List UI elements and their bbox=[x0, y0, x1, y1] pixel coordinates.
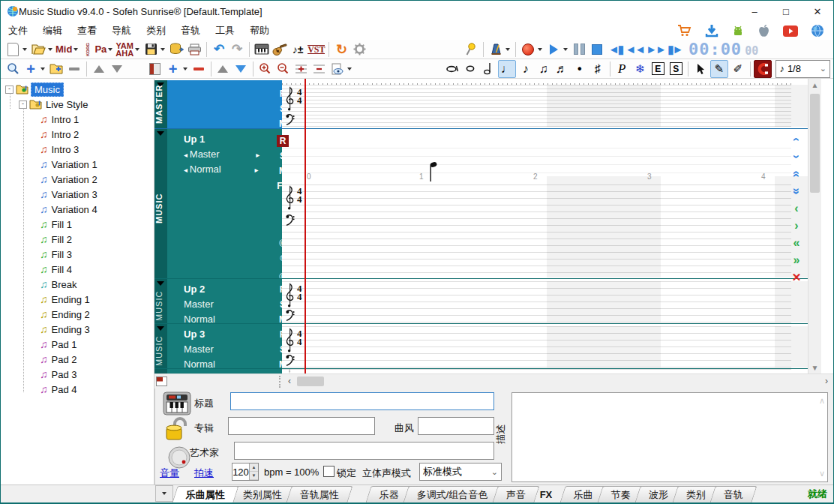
track-name[interactable]: Up 2 bbox=[184, 284, 205, 295]
hscroll-left-arrow[interactable]: ‹ bbox=[284, 376, 296, 388]
zoom-out-icon[interactable] bbox=[275, 61, 292, 77]
tree-item-break[interactable]: Break bbox=[52, 279, 77, 290]
expression-button[interactable]: E bbox=[650, 61, 666, 77]
play-dropdown[interactable] bbox=[563, 48, 568, 51]
note-thirtysecond-button[interactable]: ♬ bbox=[554, 61, 570, 77]
track-panel-button[interactable] bbox=[147, 61, 164, 77]
record-dropdown[interactable] bbox=[538, 48, 542, 51]
tree-item-ending-3[interactable]: Ending 3 bbox=[52, 324, 90, 335]
up1-staff-grid[interactable] bbox=[282, 184, 791, 278]
android-icon[interactable] bbox=[731, 24, 745, 38]
collapse-track-icon[interactable] bbox=[157, 131, 164, 136]
prev-arrow-icon[interactable]: ◂ bbox=[184, 166, 190, 174]
dotted-note-button[interactable]: • bbox=[572, 61, 588, 77]
snap-magnet-button[interactable] bbox=[754, 60, 772, 78]
refresh-button[interactable]: ↻ bbox=[333, 41, 350, 58]
music-2-track-header[interactable]: Up 3MasterNormalRSM bbox=[167, 324, 282, 368]
view-options-dropdown[interactable] bbox=[347, 68, 352, 70]
tree-item-intro-2[interactable]: Intro 2 bbox=[52, 129, 80, 140]
remove-track-button[interactable] bbox=[190, 61, 207, 77]
track-name[interactable]: Up 1 bbox=[184, 134, 205, 145]
record-button[interactable] bbox=[520, 41, 536, 58]
nav-end-button[interactable]: » bbox=[794, 254, 800, 267]
nav-up-button[interactable]: ‹ bbox=[794, 133, 798, 146]
track-source-selector[interactable]: Master bbox=[184, 344, 214, 355]
pencil-draw-button[interactable]: ✎ bbox=[710, 60, 728, 78]
shop-cart-icon[interactable] bbox=[677, 24, 692, 38]
note-quarter-button[interactable]: ♩ bbox=[498, 60, 516, 78]
remove-category-button[interactable] bbox=[66, 61, 82, 77]
move-track-down-button[interactable] bbox=[232, 61, 249, 77]
apple-icon[interactable] bbox=[758, 24, 770, 38]
close-button[interactable]: ✕ bbox=[802, 1, 833, 22]
korg-import-dropdown[interactable] bbox=[108, 48, 112, 51]
menu-item-0[interactable]: 文件 bbox=[1, 22, 35, 40]
tree-item-intro-1[interactable]: Intro 1 bbox=[52, 114, 80, 125]
track-source-selector[interactable]: ◂ Master ▸ bbox=[184, 148, 260, 160]
tree-item-variation-1[interactable]: Variation 1 bbox=[52, 159, 98, 170]
redo-button[interactable]: ↷ bbox=[229, 41, 245, 58]
prev-arrow-icon[interactable]: ◂ bbox=[184, 151, 190, 159]
track-mini-icon[interactable] bbox=[156, 376, 167, 386]
add-track-dropdown[interactable] bbox=[183, 68, 188, 70]
tree-item-music[interactable]: Music bbox=[31, 82, 64, 97]
metronome-button[interactable] bbox=[488, 41, 504, 58]
save-button[interactable] bbox=[142, 41, 159, 58]
tab-音轨属性[interactable]: 音轨属性 bbox=[286, 486, 352, 502]
tree-item-intro-3[interactable]: Intro 3 bbox=[52, 144, 80, 155]
scroll-down-arrow[interactable]: ▼ bbox=[808, 362, 821, 374]
view-options-button[interactable] bbox=[329, 61, 346, 77]
pause-button[interactable] bbox=[571, 41, 587, 58]
sharp-button[interactable]: ♯ bbox=[590, 61, 606, 77]
add-category-dropdown[interactable] bbox=[40, 68, 45, 70]
panel-splitter-handle[interactable] bbox=[279, 376, 280, 388]
tab-乐曲属性[interactable]: 乐曲属性 bbox=[172, 486, 238, 502]
tempo-value-input[interactable] bbox=[232, 464, 249, 480]
desc-scroll-down-icon[interactable]: ∨ bbox=[819, 469, 825, 478]
note-half-button[interactable] bbox=[480, 61, 496, 77]
nav-start-button[interactable]: « bbox=[794, 236, 800, 250]
track-mode-selector[interactable]: ◂ Normal ▸ bbox=[184, 164, 259, 175]
midi-import-dropdown[interactable] bbox=[74, 48, 78, 51]
search-icon[interactable] bbox=[4, 61, 21, 77]
title-input[interactable] bbox=[230, 392, 494, 410]
tempo-up-arrow[interactable]: ▲ bbox=[250, 464, 258, 472]
artist-input[interactable] bbox=[234, 442, 494, 460]
export-archive-button[interactable] bbox=[168, 41, 184, 58]
menu-item-6[interactable]: 工具 bbox=[208, 22, 242, 40]
arpeggio-button[interactable]: ❄ bbox=[632, 61, 648, 77]
new-file-button[interactable] bbox=[4, 41, 21, 58]
playhead-cursor[interactable] bbox=[304, 79, 306, 374]
play-button[interactable] bbox=[545, 41, 562, 58]
note-whole-button[interactable] bbox=[462, 61, 478, 77]
expand-staff-button[interactable] bbox=[293, 61, 310, 77]
volume-link[interactable]: 音量 bbox=[160, 466, 179, 480]
tree-item-ending-2[interactable]: Ending 2 bbox=[52, 309, 90, 320]
tempo-down-arrow[interactable]: ▼ bbox=[250, 472, 258, 480]
scroll-up-arrow[interactable]: ▲ bbox=[808, 79, 821, 91]
nav-down-button[interactable]: › bbox=[794, 150, 798, 164]
tab-overflow-dropdown[interactable] bbox=[155, 485, 173, 502]
microphone-button[interactable] bbox=[463, 41, 479, 58]
description-textarea[interactable]: ∧ ∨ bbox=[512, 392, 828, 482]
fast-forward-button[interactable]: ►► bbox=[646, 41, 665, 58]
rewind-button[interactable]: ◄◄ bbox=[625, 41, 644, 58]
track-name[interactable]: Up 3 bbox=[184, 328, 205, 340]
tree-item-pad-4[interactable]: Pad 4 bbox=[52, 384, 77, 395]
tab-声音[interactable]: 声音 bbox=[492, 486, 539, 502]
step-back-button[interactable]: ◄▮ bbox=[607, 41, 623, 58]
tempo-spinner[interactable]: ▲▼ bbox=[232, 463, 259, 481]
next-arrow-icon[interactable]: ▸ bbox=[253, 166, 259, 174]
globe-icon[interactable] bbox=[811, 24, 824, 38]
note-sixteenth-button[interactable]: ♫ bbox=[536, 61, 552, 77]
yamaha-import-button[interactable]: YAMAHA bbox=[116, 41, 134, 58]
guitar-button[interactable] bbox=[272, 41, 288, 58]
menu-item-7[interactable]: 帮助 bbox=[242, 22, 277, 40]
tree-item-pad-2[interactable]: Pad 2 bbox=[52, 354, 77, 365]
maximize-button[interactable]: □ bbox=[770, 1, 802, 22]
hscroll-right-arrow[interactable]: › bbox=[820, 376, 832, 388]
menu-item-2[interactable]: 查看 bbox=[70, 22, 104, 40]
select-cursor-button[interactable] bbox=[692, 61, 709, 77]
tree-expander-live-style[interactable]: - bbox=[19, 100, 27, 109]
menu-item-5[interactable]: 音轨 bbox=[173, 22, 208, 40]
